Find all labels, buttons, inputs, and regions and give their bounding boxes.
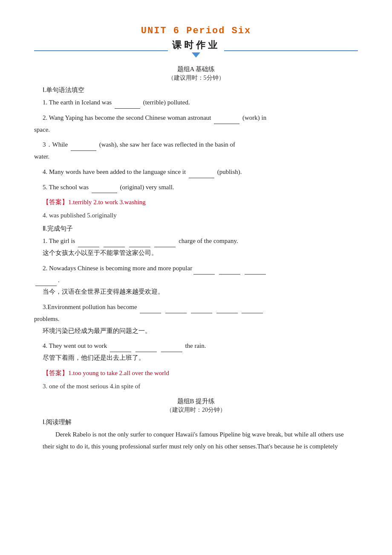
- answer-label-2: 【答案】: [43, 370, 68, 376]
- answer-text-1: 1.terribly 2.to work 3.washing: [68, 199, 146, 205]
- section-b-title: 题组B 提升练: [177, 398, 215, 405]
- section-b-hint: （建议用时：20分钟）: [34, 406, 358, 414]
- question-2: 2. Wang Yaping has become the second Chi…: [34, 112, 358, 136]
- reading-paragraph: Derek Rabelo is not the only surfer to c…: [43, 429, 349, 453]
- part-reading-label: Ⅰ.阅读理解: [43, 418, 358, 426]
- subtitle-text: 课时作业: [168, 39, 224, 52]
- chinese-4: 尽管下着雨，他们还是出去上班了。: [43, 352, 358, 364]
- answer-part2-line1: 【答案】1.too young to take 2.all over the w…: [43, 367, 358, 379]
- page-title: UNIT 6 Period Six: [34, 26, 358, 36]
- answer-part1-line2: 4. was published 5.originally: [43, 210, 358, 221]
- blank-ii-3b: [165, 313, 187, 313]
- blank-2: [214, 124, 239, 124]
- section-a-title: 题组A 基础练: [34, 65, 358, 73]
- part1-label: Ⅰ.单句语法填空: [43, 86, 358, 94]
- blank-ii-3c: [191, 313, 212, 313]
- question-3: 3．While (wash), she saw her face was ref…: [34, 139, 358, 163]
- question-ii-4: 4. They went out to work the rain. 尽管下着雨…: [34, 340, 358, 364]
- blank-ii-2a: [193, 274, 215, 275]
- question-ii-1: 1. The girl is charge of the company. 这个…: [34, 235, 358, 259]
- question-5: 5. The school was (original) very small.: [34, 182, 358, 194]
- question-4: 4. Many words have been added to the lan…: [34, 166, 358, 178]
- chinese-1: 这个女孩太小以至于不能掌管这家公司。: [43, 247, 358, 259]
- blank-ii-3a: [140, 313, 161, 313]
- chinese-2: 当今，汉语在全世界正变得越来越受欢迎。: [43, 286, 358, 298]
- part2-label: Ⅱ.完成句子: [43, 225, 358, 233]
- blank-3: [71, 150, 96, 151]
- unit-title: UNIT 6 Period Six: [141, 26, 251, 36]
- blank-ii-3e: [242, 313, 263, 313]
- question-ii-2: 2. Nowadays Chinese is becoming more and…: [34, 263, 358, 298]
- answer-text-2: 1.too young to take 2.all over the world: [68, 370, 169, 376]
- blank-5: [92, 193, 117, 193]
- blank-1: [115, 108, 140, 109]
- blank-4: [189, 178, 214, 178]
- answer-part2-line2: 3. one of the most serious 4.in spite of: [43, 381, 358, 392]
- answer-part1-line1: 【答案】1.terribly 2.to work 3.washing: [43, 197, 358, 208]
- answer-label-1: 【答案】: [43, 199, 68, 205]
- section-a-hint: （建议用时：5分钟）: [34, 74, 358, 82]
- subtitle-row: 课时作业: [34, 39, 358, 52]
- question-ii-3: 3.Environment pollution has become probl…: [34, 301, 358, 337]
- question-1: 1. The earth in Iceland was (terrible) p…: [34, 97, 358, 109]
- section-b-title-row: 题组B 提升练: [34, 397, 358, 405]
- blank-ii-2b: [219, 274, 240, 275]
- blank-ii-3d: [216, 313, 238, 313]
- triangle-icon: [192, 52, 200, 58]
- blank-ii-4c: [161, 352, 182, 352]
- chinese-3: 环境污染已经成为最严重的问题之一。: [43, 325, 358, 337]
- blank-ii-2c: [245, 274, 266, 275]
